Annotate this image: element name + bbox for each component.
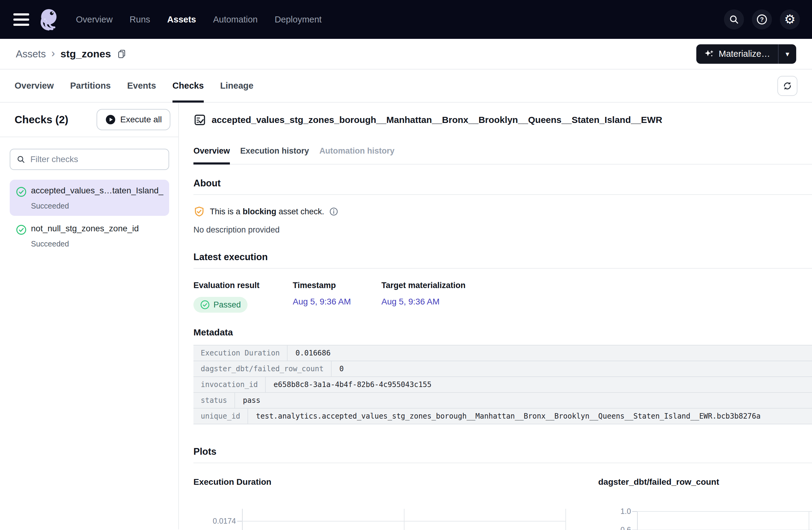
materialize-button-label: Materialize…: [719, 49, 770, 59]
checks-sidebar-body: accepted_values_s…taten_Island_ Succeede…: [0, 137, 178, 254]
help-icon: ?: [756, 14, 768, 25]
chart-gridline: [565, 509, 566, 530]
play-circle-icon: [105, 114, 116, 125]
search-icon: [16, 155, 26, 164]
tab-events[interactable]: Events: [127, 70, 156, 102]
check-detail-panel: accepted_values_stg_zones_borough__Manha…: [179, 103, 812, 529]
refresh-icon: [782, 81, 793, 91]
sparkle-icon: [704, 49, 714, 59]
check-list-item-not-null[interactable]: not_null_stg_zones_zone_id Succeeded: [10, 218, 169, 254]
settings-button[interactable]: ⚙: [780, 10, 800, 29]
check-title: accepted_values_stg_zones_borough__Manha…: [212, 115, 662, 125]
check-item-status: Succeeded: [31, 239, 164, 248]
hamburger-menu-icon[interactable]: [12, 10, 32, 29]
metadata-key: Execution Duration: [193, 345, 288, 360]
nav-item-runs[interactable]: Runs: [130, 15, 150, 25]
chart-gridline: [637, 511, 812, 512]
metadata-section: Metadata Execution Duration 0.016686 dag…: [193, 327, 812, 424]
breadcrumb-assets-link[interactable]: Assets: [16, 48, 46, 60]
checks-count-heading: Checks (2): [15, 114, 68, 126]
chart-gridline: [242, 509, 243, 530]
execution-duration-chart: Execution Duration 0.0174: [193, 477, 598, 530]
tab-lineage[interactable]: Lineage: [220, 70, 253, 102]
chart-title: Execution Duration: [193, 477, 598, 487]
metadata-value: 0: [332, 361, 352, 377]
passed-status-badge: Passed: [193, 297, 247, 313]
top-nav-actions: ? ⚙: [724, 10, 800, 29]
nav-item-automation[interactable]: Automation: [213, 15, 258, 25]
chart-gridline: [242, 521, 566, 521]
metadata-heading: Metadata: [193, 327, 812, 338]
column-header-evaluation-result: Evaluation result: [193, 281, 293, 290]
breadcrumb: Assets › stg_zones: [16, 48, 127, 60]
materialize-dropdown-button[interactable]: ▾: [779, 44, 796, 64]
chart-axis-line: [637, 511, 638, 530]
search-button[interactable]: [724, 10, 744, 29]
plots-grid: Execution Duration 0.0174 dagster_dbt/fa…: [193, 477, 812, 530]
tab-automation-history: Automation history: [319, 146, 395, 164]
y-axis-tick-label: 1.0: [620, 507, 631, 516]
metadata-key: unique_id: [193, 409, 248, 424]
caret-down-icon: ▾: [786, 50, 789, 58]
materialize-button[interactable]: Materialize…: [696, 44, 778, 64]
filter-checks-input[interactable]: [30, 154, 162, 164]
table-row: dagster_dbt/failed_row_count 0: [193, 361, 812, 377]
filter-checks-box: [10, 149, 169, 170]
check-list-item-accepted-values[interactable]: accepted_values_s…taten_Island_ Succeede…: [10, 180, 169, 216]
column-header-target-materialization: Target materialization: [381, 281, 812, 290]
chart-title: dagster_dbt/failed_row_count: [598, 477, 812, 487]
metadata-value: 0.016686: [288, 345, 338, 360]
latest-execution-grid: Evaluation result Timestamp Target mater…: [193, 281, 812, 313]
asset-tabs: Overview Partitions Events Checks Lineag…: [15, 70, 253, 102]
breadcrumb-current-asset: stg_zones: [60, 48, 111, 60]
top-navigation-bar: Overview Runs Assets Automation Deployme…: [0, 0, 812, 39]
failed-row-count-chart: dagster_dbt/failed_row_count 1.0 0.6: [598, 477, 812, 530]
copy-asset-name-button[interactable]: [117, 48, 127, 59]
timestamp-link[interactable]: Aug 5, 9:36 AM: [293, 297, 381, 307]
table-row: Execution Duration 0.016686: [193, 345, 812, 361]
check-item-status: Succeeded: [31, 202, 164, 210]
metadata-value: e658b8c8-3a1a-4b4f-82b6-4c955043c155: [266, 377, 439, 392]
passed-badge-label: Passed: [214, 300, 241, 310]
check-title-row: accepted_values_stg_zones_borough__Manha…: [193, 114, 812, 126]
nav-item-assets[interactable]: Assets: [167, 15, 196, 25]
execute-all-label: Execute all: [120, 115, 162, 124]
axis-tick: [237, 521, 242, 521]
svg-text:?: ?: [760, 16, 764, 23]
latest-execution-heading: Latest execution: [193, 252, 812, 263]
target-materialization-link[interactable]: Aug 5, 9:36 AM: [381, 297, 812, 307]
gear-icon: ⚙: [784, 13, 796, 26]
about-section: About This is a blocking asset check. No…: [193, 178, 812, 235]
main-body: Checks (2) Execute all: [0, 103, 812, 529]
execute-all-button[interactable]: Execute all: [97, 109, 170, 130]
tab-check-overview[interactable]: Overview: [193, 146, 230, 164]
about-heading: About: [193, 178, 812, 189]
table-row: unique_id test.analytics.accepted_values…: [193, 409, 812, 424]
help-button[interactable]: ?: [752, 10, 772, 29]
check-detail-tabs: Overview Execution history Automation hi…: [193, 146, 812, 164]
nav-item-overview[interactable]: Overview: [76, 15, 113, 25]
no-description-text: No description provided: [193, 225, 812, 235]
nav-item-deployment[interactable]: Deployment: [275, 15, 322, 25]
chevron-right-icon: ›: [51, 47, 55, 60]
table-row: invocation_id e658b8c8-3a1a-4b4f-82b6-4c…: [193, 377, 812, 393]
info-icon[interactable]: [329, 207, 338, 216]
tab-overview[interactable]: Overview: [15, 70, 54, 102]
chart-gridline: [404, 509, 405, 530]
top-nav-links: Overview Runs Assets Automation Deployme…: [76, 15, 322, 25]
metadata-key: invocation_id: [193, 377, 266, 392]
metadata-key: status: [193, 393, 235, 408]
chart-gridline: [809, 511, 809, 530]
tab-partitions[interactable]: Partitions: [70, 70, 111, 102]
refresh-button[interactable]: [778, 76, 797, 96]
dagster-logo-icon[interactable]: [37, 6, 64, 33]
tab-checks[interactable]: Checks: [173, 70, 204, 102]
blocking-check-text: This is a blocking asset check.: [210, 207, 324, 217]
tab-execution-history[interactable]: Execution history: [240, 146, 309, 164]
section-divider: [193, 462, 812, 463]
dagster-app-window: Overview Runs Assets Automation Deployme…: [0, 0, 812, 530]
copy-icon: [117, 48, 127, 59]
materialize-split-button: Materialize… ▾: [696, 44, 796, 64]
y-axis-tick-label: 0.0174: [213, 517, 236, 526]
search-icon: [729, 14, 739, 25]
